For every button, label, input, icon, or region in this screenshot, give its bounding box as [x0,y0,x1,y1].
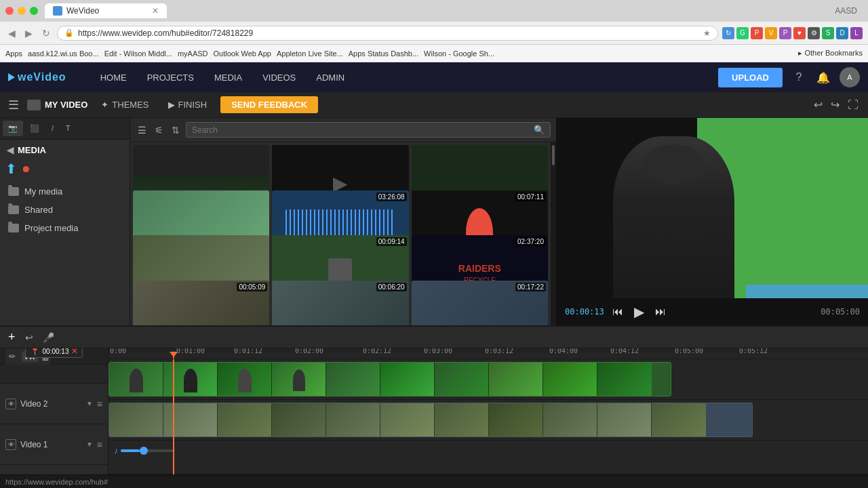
fullscreen-button[interactable]: ⛶ [846,98,860,113]
timeline-content: ✏ FX 🗑 📍 00:00:13 ✕ 👁 Video 2 [0,348,868,474]
logo-text: weVideo [18,71,66,83]
bookmark-apps[interactable]: Apps [5,49,22,58]
track-visibility-video1[interactable]: 👁 [5,439,16,450]
sort-button[interactable]: ⇅ [170,123,182,138]
bookmark-other[interactable]: ▸ Other Bookmarks [798,49,863,58]
ext-icon-6[interactable]: ♥ [793,27,806,39]
track-menu-video1[interactable]: ≡ [97,439,102,450]
ext-icon-9[interactable]: D [836,27,848,39]
themes-button[interactable]: ✦ THEMES [96,97,154,113]
ext-icon-1[interactable]: ↻ [722,27,734,39]
search-input[interactable] [192,125,534,135]
tab-media[interactable]: 📷 [3,121,23,136]
forward-button[interactable]: ▶ [22,26,35,40]
media-item-duration-10: 00:05:09 [237,283,267,291]
folder-project-media[interactable]: Project media [0,219,130,237]
ruler-mark-1: 0:01:00 [176,348,205,353]
notifications-icon[interactable]: 🔔 [815,71,831,84]
filter-button[interactable]: ⚟ [153,123,165,138]
finish-button[interactable]: ▶ FINISH [163,97,213,113]
volume-icon: ♪ [114,446,118,455]
clip-frame [489,403,543,436]
bookmark-outlook[interactable]: Outlook Web App [214,49,271,58]
volume-track[interactable] [121,449,175,452]
maximize-window-button[interactable] [30,7,38,15]
tab-transitions[interactable]: ⬛ [24,121,45,136]
volume-thumb[interactable] [140,447,148,455]
clip-frame [380,403,435,436]
media-back-arrow[interactable]: ◀ [7,145,14,155]
ext-icon-2[interactable]: G [736,27,749,39]
record-button[interactable]: ⏺ [21,163,31,174]
bookmark-myaasd[interactable]: myAASD [178,49,208,58]
nav-projects[interactable]: PROJECTS [138,68,203,87]
ext-icon-3[interactable]: P [751,27,763,39]
playhead-close-button[interactable]: ✕ [71,348,78,356]
sub-header-right: ↩ ↪ ⛶ [812,97,860,113]
list-view-button[interactable]: ☰ [136,123,149,138]
search-icon: 🔍 [534,125,545,135]
ext-icon-5[interactable]: P [779,27,791,39]
bookmark-appleton[interactable]: Appleton Live Site... [277,49,343,58]
help-icon[interactable]: ? [791,71,807,83]
bookmark-apps-status[interactable]: Apps Status Dashb... [349,49,418,58]
tab-favicon [53,6,62,16]
undo-timeline-button[interactable]: ↩ [22,331,36,344]
play-button[interactable]: ▶ [631,302,647,321]
refresh-button[interactable]: ↻ [39,26,53,40]
edit-pencil-button[interactable]: ✏ [5,350,19,363]
nav-admin[interactable]: ADMIN [307,68,354,87]
add-track-button[interactable]: + [5,329,18,346]
header-right: UPLOAD ? 🔔 A [718,67,860,87]
address-bar[interactable]: 🔒 https://www.wevidep.com/hub#editor/724… [57,26,718,41]
track-visibility-video2[interactable]: 👁 [5,399,16,409]
folder-my-media[interactable]: My media [0,182,130,201]
skip-to-end-button[interactable]: ⏭ [652,304,669,319]
bookmark-wilson-google[interactable]: Wilson - Google Sh... [424,49,494,58]
track-caret-video1[interactable]: ▼ [86,441,93,448]
skip-to-start-button[interactable]: ⏮ [610,304,626,319]
bookmark-aasd[interactable]: aasd.k12.wi.us Boo... [28,49,99,58]
ext-icon-10[interactable]: L [850,27,863,39]
browser-tab[interactable]: WeVideo ✕ [45,3,167,18]
tab-text[interactable]: T [60,121,76,136]
microphone-button[interactable]: 🎤 [40,331,57,344]
folder-shared[interactable]: Shared [0,201,130,219]
hamburger-menu-icon[interactable]: ☰ [8,98,19,113]
feedback-button[interactable]: SEND FEEDBACK [220,96,318,113]
upload-media-button[interactable]: ⬆ [5,161,17,177]
nav-videos[interactable]: VIDEOS [253,68,305,87]
undo-button[interactable]: ↩ [812,97,824,113]
track-row-video2[interactable] [108,359,868,400]
track-row-audio1[interactable]: ♪ [108,441,868,474]
tab-effects[interactable]: / [46,121,59,136]
track-menu-video2[interactable]: ≡ [97,399,102,409]
ext-icon-4[interactable]: V [765,27,777,39]
status-url: https://www.wevidep.com/hub# [5,478,108,486]
ext-icon-8[interactable]: S [822,27,834,39]
tab-close-button[interactable]: ✕ [152,6,159,16]
user-avatar[interactable]: A [840,67,860,87]
media-item-12[interactable]: 00:17:22 [412,281,548,326]
minimize-window-button[interactable] [18,7,26,15]
ext-icon-7[interactable]: ⚙ [808,27,820,39]
close-window-button[interactable] [5,7,14,15]
playhead-pin-icon: 📍 [30,348,40,356]
track-caret-video2[interactable]: ▼ [86,400,93,407]
clip-video2[interactable] [108,362,671,396]
track-row-video1[interactable] [108,400,868,441]
volume-slider[interactable]: ♪ [111,446,175,455]
media-item-11[interactable]: 00:06:20 [272,281,408,326]
redo-button[interactable]: ↪ [829,97,841,113]
nav-media[interactable]: MEDIA [205,68,252,87]
upload-button[interactable]: UPLOAD [718,68,783,87]
bookmark-edit[interactable]: Edit - Wilson Middl... [104,49,172,58]
tab-title: WeVideo [66,6,99,16]
back-button[interactable]: ◀ [5,26,18,40]
media-scrollbar[interactable] [551,142,556,325]
media-item-10[interactable]: 00:05:09 [133,281,269,326]
media-item-duration-12: 00:17:22 [515,283,546,291]
clip-video1[interactable] [108,403,753,437]
media-item-duration-5: 03:26:08 [376,192,407,201]
nav-home[interactable]: HOME [91,68,136,87]
